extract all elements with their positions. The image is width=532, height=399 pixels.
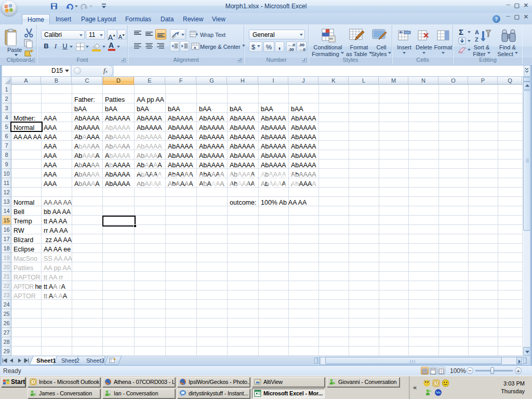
svg-text:a: a <box>194 45 196 50</box>
svg-text:Z: Z <box>475 36 478 43</box>
svg-text:A: A <box>475 29 479 35</box>
svg-text:Sheet1: Sheet1 <box>36 357 56 364</box>
svg-text:Sheet2: Sheet2 <box>61 357 79 364</box>
svg-text:≤≥: ≤≥ <box>329 37 333 40</box>
svg-text:Sheet3: Sheet3 <box>86 357 104 364</box>
